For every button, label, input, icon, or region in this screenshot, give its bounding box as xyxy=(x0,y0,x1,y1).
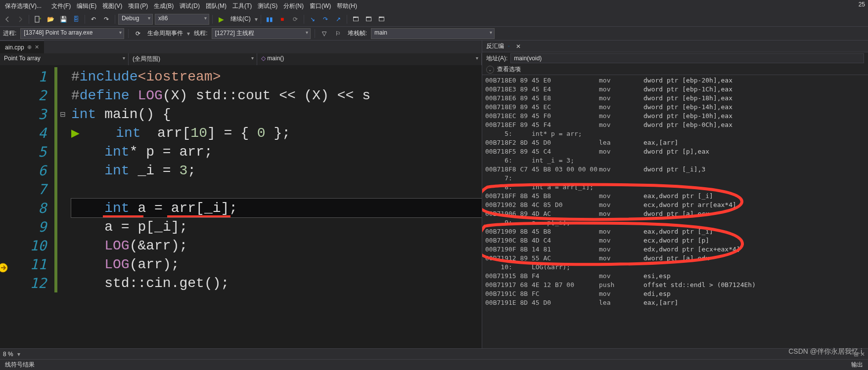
menu-item[interactable]: 调试(D) xyxy=(177,1,203,11)
expand-options-icon[interactable]: ⌄ xyxy=(486,66,494,74)
menu-save-options[interactable]: 保存选项(V)... xyxy=(2,0,45,12)
config-combo[interactable]: Debug xyxy=(118,14,153,25)
disasm-row[interactable]: 00B718E6 89 45 E8 movdword ptr [ebp-18h]… xyxy=(485,94,865,103)
menu-item[interactable]: 团队(M) xyxy=(203,1,229,11)
code-line[interactable]: int* p = arr; xyxy=(71,142,482,161)
pin-icon[interactable]: ⊕ xyxy=(27,44,32,50)
close-tab-icon[interactable]: ✕ xyxy=(35,44,39,50)
disasm-row[interactable]: 00B7191C 8B FC movedi,esp xyxy=(485,289,865,298)
current-line-arrow-icon xyxy=(0,261,9,275)
menu-item[interactable]: 分析(N) xyxy=(280,1,307,11)
editor-pane: ain.cpp ⊕ ✕ Point To array (全局范围) ◇ main… xyxy=(0,41,482,355)
step-over-icon[interactable]: ↷ xyxy=(320,14,331,25)
disasm-row[interactable]: 7: xyxy=(485,174,865,183)
disasm-row[interactable]: 00B71906 89 4D AC movdword ptr [a],ecx xyxy=(485,209,865,218)
undo-icon[interactable]: ↶ xyxy=(88,14,99,25)
menu-item[interactable]: 项目(P) xyxy=(125,1,151,11)
process-combo[interactable]: [13748] Point To array.exe xyxy=(20,28,124,39)
lifecycle-icon[interactable]: ⟳ xyxy=(133,28,143,39)
debug-toolbar: 进程: [13748] Point To array.exe ⟳ 生命周期事件 … xyxy=(0,27,868,41)
disasm-row[interactable]: 10: LOG(&arr); xyxy=(485,263,865,272)
disasm-row[interactable]: 00B7190C 8B 4D C4 movecx,dword ptr [p] xyxy=(485,236,865,245)
nav-fwd-icon[interactable] xyxy=(15,14,26,25)
filter-icon[interactable]: ▽ xyxy=(319,28,330,39)
continue-button[interactable]: 继续(C) xyxy=(228,15,253,23)
stackframe-combo[interactable]: main xyxy=(371,28,495,39)
disasm-row[interactable]: 9: a = p[_i]; xyxy=(485,218,865,227)
nav-scope-combo[interactable]: (全局范围) xyxy=(129,53,257,65)
close-panel-icon[interactable]: ✕ xyxy=(516,43,521,50)
code-line[interactable]: a = p[_i]; xyxy=(71,217,482,236)
menu-item[interactable]: 测试(S) xyxy=(255,1,280,11)
open-icon[interactable]: 📂 xyxy=(45,14,56,25)
break-all-icon[interactable]: ▮▮ xyxy=(264,14,275,25)
code-line[interactable]: int _i = 3; xyxy=(71,161,482,180)
disasm-row[interactable]: 00B7190F 8B 14 81 movedx,dword ptr [ecx+… xyxy=(485,245,865,254)
disasm-row[interactable]: 00B718F2 8D 45 D0 leaeax,[arr] xyxy=(485,138,865,147)
disasm-row[interactable]: 00B718EC 89 45 F0 movdword ptr [ebp-10h]… xyxy=(485,112,865,121)
code-line[interactable]: LOG(arr); xyxy=(71,255,482,274)
continue-icon[interactable]: ▶ xyxy=(216,14,227,25)
step-into-icon[interactable]: ↘ xyxy=(307,14,318,25)
disasm-body[interactable]: 00B718E0 89 45 E0 movdword ptr [ebp-20h]… xyxy=(482,75,868,348)
new-file-icon[interactable] xyxy=(32,14,43,25)
code-line[interactable]: #include<iostream> xyxy=(71,67,482,86)
code-line[interactable]: ▶ int arr[10] = { 0 }; xyxy=(71,123,482,142)
nav-back-icon[interactable] xyxy=(2,14,13,25)
nav-func-combo[interactable]: ◇ main() xyxy=(257,53,482,65)
toolbox-icon[interactable]: 🗔 xyxy=(350,14,361,25)
menu-item[interactable]: 帮助(H) xyxy=(334,1,360,11)
code-line[interactable] xyxy=(71,180,482,199)
status-bar: 8 % ▾ ⊞ ✕ xyxy=(0,348,868,359)
save-icon[interactable]: 💾 xyxy=(58,14,69,25)
disasm-row[interactable]: ◉00B718FF 8B 45 B8 moveax,dword ptr [_i] xyxy=(485,192,865,201)
dock-icon[interactable]: ▫ xyxy=(508,43,510,49)
code-line[interactable]: int a = arr[_i]; xyxy=(71,199,482,217)
zoom-level[interactable]: 8 % xyxy=(3,351,13,358)
disasm-row[interactable]: 00B718F8 C7 45 B8 03 00 00 00 movdword p… xyxy=(485,165,865,174)
code-line[interactable]: int main() { xyxy=(71,105,482,123)
disasm-row[interactable]: 5: int* p = arr; xyxy=(485,129,865,138)
restart-icon[interactable]: ⟳ xyxy=(290,14,301,25)
disasm-row[interactable]: 00B7191E 8D 45 D0 leaeax,[arr] xyxy=(485,298,865,307)
split-icon[interactable]: ⊞ ✕ xyxy=(854,351,865,358)
code-area[interactable]: 123⊟456789101112 #include<iostream>#defi… xyxy=(0,65,482,348)
menu-item[interactable]: 文件(F) xyxy=(48,1,74,11)
redo-icon[interactable]: ↷ xyxy=(101,14,112,25)
file-tab[interactable]: ain.cpp ⊕ ✕ xyxy=(0,41,44,53)
toolbox2-icon[interactable]: 🗔 xyxy=(363,14,374,25)
save-all-icon[interactable]: 🗄 xyxy=(71,14,82,25)
disasm-row[interactable]: 00B718E0 89 45 E0 movdword ptr [ebp-20h]… xyxy=(485,76,865,85)
address-input[interactable] xyxy=(510,53,864,63)
stop-icon[interactable]: ■ xyxy=(277,14,288,25)
toolbox3-icon[interactable]: 🗔 xyxy=(376,14,387,25)
disasm-row[interactable]: 6: int _i = 3; xyxy=(485,156,865,165)
menu-item[interactable]: 生成(B) xyxy=(151,1,177,11)
disasm-row[interactable]: 00B71902 8B 4C 85 D0 movecx,dword ptr ar… xyxy=(485,201,865,209)
flag-icon[interactable]: ⚐ xyxy=(333,28,344,39)
disasm-row[interactable]: 00B718EF 89 45 F4 movdword ptr [ebp-0Ch]… xyxy=(485,121,865,129)
platform-combo[interactable]: x86 xyxy=(155,14,209,25)
disasm-row[interactable]: 00B71912 89 55 AC movdword ptr [a],edx xyxy=(485,254,865,263)
bottom-tab-left[interactable]: 线符号结果 xyxy=(0,360,40,370)
disasm-row[interactable]: 8: int a = arr[_i]; xyxy=(485,183,865,192)
code-line[interactable]: std::cin.get(); xyxy=(71,274,482,292)
menu-item[interactable]: 视图(V) xyxy=(99,1,125,11)
menu-item[interactable]: 编辑(E) xyxy=(74,1,99,11)
code-line[interactable]: #define LOG(X) std::cout << (X) << s xyxy=(71,86,482,105)
bottom-tabs: 线符号结果 输出 xyxy=(0,359,868,370)
bottom-tab-right[interactable]: 输出 xyxy=(846,360,868,370)
disasm-row[interactable]: 00B71909 8B 45 B8 moveax,dword ptr [_i] xyxy=(485,227,865,236)
code-line[interactable]: LOG(&arr); xyxy=(71,236,482,255)
disasm-row[interactable]: 00B71917 68 4E 12 B7 00 pushoffset std::… xyxy=(485,281,865,289)
disasm-row[interactable]: 00B718F5 89 45 C4 movdword ptr [p],eax xyxy=(485,147,865,156)
disasm-row[interactable]: 00B718E3 89 45 E4 movdword ptr [ebp-1Ch]… xyxy=(485,85,865,94)
step-out-icon[interactable]: ↗ xyxy=(333,14,344,25)
disasm-row[interactable]: 00B71915 8B F4 movesi,esp xyxy=(485,272,865,281)
nav-project-combo[interactable]: Point To array xyxy=(0,53,129,65)
disasm-row[interactable]: 00B718E9 89 45 EC movdword ptr [ebp-14h]… xyxy=(485,103,865,112)
menu-item[interactable]: 窗口(W) xyxy=(307,1,334,11)
menu-item[interactable]: 工具(T) xyxy=(229,1,255,11)
svg-rect-0 xyxy=(35,16,39,22)
thread-combo[interactable]: [12772] 主线程 xyxy=(212,28,311,39)
